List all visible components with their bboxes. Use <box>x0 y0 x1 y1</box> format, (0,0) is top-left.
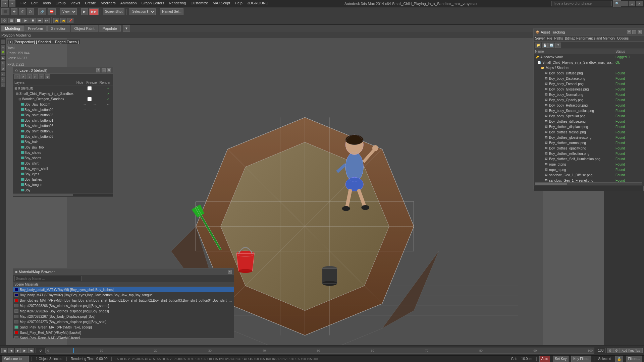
sidebar-motion-icon[interactable]: ▶ <box>1 56 5 60</box>
menu-rendering[interactable]: Rendering <box>167 0 188 7</box>
menu-create[interactable]: Create <box>83 0 98 7</box>
menu-3dground[interactable]: 3DGROUND <box>245 0 270 7</box>
asset-row-body-scatter[interactable]: 🖼 Boy_body_Scatter_radius.png Found <box>534 108 644 113</box>
asset-row-vault[interactable]: 🔑 Autodesk Vault Logged O... <box>534 54 644 60</box>
asset-row-rope-n[interactable]: 🖼 rope_n.png Found <box>534 167 644 172</box>
menu-animation[interactable]: Animation <box>118 0 139 7</box>
sidebar-utilities-icon[interactable]: ⚙ <box>1 66 5 71</box>
end-frame-input[interactable] <box>596 348 606 353</box>
asset-row-body-refraction[interactable]: 🖼 Boy_body_Refraction.png Found <box>534 103 644 108</box>
search-input[interactable] <box>551 1 612 6</box>
mat-row-body-detail[interactable]: Boy_body_detail_MAT (VRayMtl) [Boy_eyes_… <box>13 287 234 292</box>
menu-graph-editors[interactable]: Graph Editors <box>140 0 166 7</box>
layer-row-button06[interactable]: Boy_shirt_button06 <box>13 123 113 128</box>
layers-list[interactable]: ⊞ 0 (default) ✓ ⊞ Small_Child_Playing_in… <box>13 85 113 193</box>
asset-row-rope-d[interactable]: 🖼 rope_d.png Found <box>534 162 644 167</box>
layer-settings-btn[interactable]: ⚙ <box>45 74 50 79</box>
layer-delete-btn[interactable]: ✕ <box>20 74 26 79</box>
render-prod-btn[interactable]: ▶▶ <box>89 8 99 15</box>
layers-minimize-btn[interactable]: ─ <box>102 68 106 72</box>
asset-row-clothes-self-illum[interactable]: 🖼 Boy_clothes_Self_Illumination.png Foun… <box>534 156 644 162</box>
mat-row-body[interactable]: Boy_body_MAT (VRayMtl02) [Boy,Boy_eyes,B… <box>13 292 234 298</box>
tab-modeling[interactable]: Modeling <box>1 25 24 32</box>
asset-row-main-file[interactable]: 📄 Small_Child_Playing_in_a_Sandbox_max_v… <box>534 60 644 65</box>
asset-row-clothes-diffuse[interactable]: 🖼 Boy_clothes_diffuse.png Found <box>534 119 644 124</box>
named-selection-btn[interactable]: Named Sel... <box>160 8 183 15</box>
layer-row-button03[interactable]: Boy_shirt_button03 ··· ··· <box>13 112 113 118</box>
scale-btn[interactable]: ⬡ <box>27 8 34 15</box>
menu-help[interactable]: Help <box>233 0 245 7</box>
auto-key-btn[interactable]: Auto <box>539 356 550 362</box>
move-btn[interactable]: ✛ <box>11 8 17 15</box>
layer-row-button01[interactable]: Boy_shirt_button01 <box>13 118 113 123</box>
tb2-btn7[interactable]: ⏭ <box>44 18 50 23</box>
mat-row-green[interactable]: Sand_Play_Green_MAT (VRayMtl) [rake, sco… <box>13 324 234 330</box>
view-dropdown[interactable]: View <box>60 8 77 15</box>
asset-row-clothes-glossiness[interactable]: 🖼 Boy_clothes_glossiness.png Found <box>534 135 644 140</box>
tab-object-paint[interactable]: Object Paint <box>71 25 98 32</box>
current-frame-input[interactable] <box>36 348 46 353</box>
mat-row-clothes[interactable]: Boy_clothes_MAT (VRayMtl) [Boy_hair,Boy_… <box>13 298 234 303</box>
asset-row-body-opacity[interactable]: 🖼 Boy_body_Opacity.png Found <box>534 97 644 103</box>
search-btn[interactable]: 🔍 <box>613 0 621 7</box>
layers-close-btn[interactable]: ✕ <box>107 68 111 72</box>
layer-highlight-btn[interactable]: ☆ <box>39 74 44 79</box>
layer-row-button05[interactable]: Boy_shirt_button05 <box>13 134 113 139</box>
layer-row-boy[interactable]: Boy <box>13 187 113 193</box>
prev-frame-btn[interactable]: ◀ <box>8 348 14 353</box>
set-key-btn[interactable]: Set Key <box>553 356 569 362</box>
layer-row-shirt[interactable]: Boy_shirt <box>13 161 113 166</box>
tb2-btn5[interactable]: ⏹ <box>30 18 36 23</box>
tb2-btn3[interactable]: ⬜ <box>15 18 21 23</box>
layers-help-btn[interactable]: ? <box>96 68 100 72</box>
asset-row-body-fresnel[interactable]: 🖼 Boy_body_Fresnel.png Found <box>534 81 644 86</box>
asset-row-clothes-fresnel[interactable]: 🖼 Boy_clothes_fresnel.png Found <box>534 129 644 135</box>
layer-add-selection-btn[interactable]: ↓ <box>26 74 32 79</box>
mat-row-map1[interactable]: Map #2070298266 [Boy_clothes_displace.pn… <box>13 303 234 308</box>
maximize-btn[interactable]: □ <box>629 1 635 6</box>
menu-modifiers[interactable]: Modifiers <box>99 0 118 7</box>
mat-row-map2[interactable]: Map #2070298266 [Boy_clothes_displace.pn… <box>13 308 234 314</box>
asset-row-sandbox-diffuse[interactable]: 🖼 sandbox_Geo_1_Diffuse.png Found <box>534 172 644 178</box>
play-btn[interactable]: ▶ <box>15 348 21 353</box>
selection-lock-btn[interactable]: 🔒 <box>615 356 623 362</box>
layer-row-jaw-bottom[interactable]: Boy_Jaw_bottom ··· ··· ··· <box>13 102 113 107</box>
asset-tb-help[interactable]: ? <box>555 43 561 48</box>
asset-row-body-glossiness[interactable]: 🖼 Boy_body_Glossiness.png Found <box>534 86 644 92</box>
layer-row-shoes[interactable]: Boy_shoes <box>13 150 113 155</box>
layer-row-jaw-top[interactable]: Boy_jaw_top <box>13 144 113 150</box>
layer-row-eyes-shell[interactable]: Boy_eyes_shell <box>13 166 113 171</box>
sidebar-modify-icon[interactable]: ✏ <box>1 45 5 50</box>
layer-row-button02[interactable]: Boy_shirt_button02 <box>13 128 113 134</box>
mat-row-red[interactable]: Sand_Play_Red_MAT (VRayMtl) [bucket] <box>13 330 234 335</box>
asset-menu-bitmap[interactable]: Bitmap Performance and Memory <box>565 37 615 40</box>
asset-row-body-specular[interactable]: 🖼 Boy_body_Specular.png Found <box>534 113 644 119</box>
asset-row-clothes-normal[interactable]: 🖼 Boy_clothes_normal.png Found <box>534 140 644 145</box>
asset-hscrollbar[interactable] <box>535 182 642 185</box>
asset-row-maps-folder[interactable]: 📂 Maps / Shaders <box>534 65 644 70</box>
tab-selection[interactable]: Selection <box>47 25 70 32</box>
welcome-btn[interactable]: Welcome to <box>2 356 29 362</box>
layer-wooden-hide[interactable] <box>86 97 94 101</box>
sidebar-hierarchy-icon[interactable]: 🌳 <box>1 50 5 55</box>
asset-tb-btn3[interactable]: 🔄 <box>548 43 554 48</box>
mat-row-map4[interactable]: Map #2070294273 [Boy_clothes_displace.pn… <box>13 319 234 324</box>
add-time-tag-btn[interactable]: Add Time Tag <box>619 348 643 353</box>
menu-edit[interactable]: Edit <box>29 0 40 7</box>
asset-row-clothes-opacity[interactable]: 🖼 Boy_clothes_opacity.png Found <box>534 145 644 151</box>
screenshot-btn[interactable]: ScreenShot <box>103 8 124 15</box>
select-btn[interactable]: ⬛ <box>1 8 9 15</box>
tb2-btn4[interactable]: ▶ <box>22 18 29 23</box>
rotate-btn[interactable]: ↺ <box>19 8 25 15</box>
menu-views[interactable]: Views <box>68 0 82 7</box>
key-filters-bottom-btn[interactable]: Key Filters <box>571 356 591 362</box>
asset-menu-options[interactable]: Options <box>617 37 629 40</box>
layer-new-btn[interactable]: + <box>14 74 20 79</box>
menu-group[interactable]: Group <box>53 0 68 7</box>
play-start-btn[interactable]: ⏮ <box>1 348 7 353</box>
asset-row-sandbox-fresnel[interactable]: 🖼 sandbox_Geo_1_Fresnel.png Found <box>534 178 644 182</box>
timeline[interactable]: 0 10 20 30 40 50 60 70 80 90 100 <box>46 348 594 354</box>
filters-btn[interactable]: Filters... <box>626 356 642 362</box>
asset-row-body-displace[interactable]: 🖼 Boy_body_Displace.png Found <box>534 76 644 81</box>
layers-hscrollbar[interactable] <box>13 193 113 196</box>
